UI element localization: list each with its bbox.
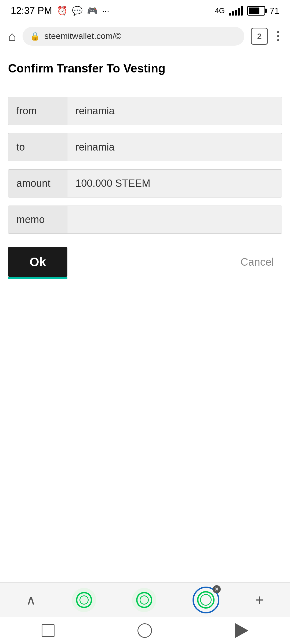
nav-tab-2[interactable] xyxy=(132,588,156,612)
tab-count-button[interactable]: 2 xyxy=(251,28,268,45)
battery-indicator xyxy=(247,6,265,16)
more-icon: ··· xyxy=(102,6,109,16)
amount-label: amount xyxy=(8,170,67,197)
alarm-icon: ⏰ xyxy=(57,6,68,16)
url-text: steemitwallet.com/© xyxy=(44,31,121,41)
back-button[interactable] xyxy=(235,623,248,638)
close-tab-icon[interactable]: ✕ xyxy=(213,585,221,593)
network-type: 4G xyxy=(215,6,225,15)
nav-up-chevron[interactable]: ∧ xyxy=(26,592,36,608)
cancel-button[interactable]: Cancel xyxy=(232,251,282,273)
battery-percent: 71 xyxy=(270,6,279,16)
from-label: from xyxy=(8,97,67,125)
memo-value xyxy=(67,206,282,233)
browser-menu-button[interactable] xyxy=(274,28,282,44)
to-label: to xyxy=(8,133,67,161)
to-value: reinamia xyxy=(67,133,282,161)
amount-row: amount 100.000 STEEM xyxy=(8,169,282,197)
buttons-row: Ok Cancel xyxy=(8,247,282,277)
home-button[interactable] xyxy=(137,623,152,638)
from-row: from reinamia xyxy=(8,97,282,125)
memo-label: memo xyxy=(8,206,67,233)
amount-value: 100.000 STEEM xyxy=(67,170,282,197)
nav-tab-1[interactable] xyxy=(72,588,96,612)
nav-tab-active-container: ✕ xyxy=(193,587,219,613)
browser-bar: ⌂ 🔒 steemitwallet.com/© 2 xyxy=(0,21,290,51)
url-bar[interactable]: 🔒 steemitwallet.com/© xyxy=(23,27,244,46)
bottom-nav: ∧ ✕ + xyxy=(0,582,290,617)
ok-button[interactable]: Ok xyxy=(8,247,67,277)
whatsapp-icon: 💬 xyxy=(72,6,83,16)
recents-button[interactable] xyxy=(42,624,55,637)
to-row: to reinamia xyxy=(8,133,282,161)
system-nav xyxy=(0,617,290,644)
signal-strength xyxy=(229,6,243,16)
game-icon: 🎮 xyxy=(87,6,98,16)
nav-add-tab-button[interactable]: + xyxy=(255,591,264,609)
main-content: Confirm Transfer To Vesting from reinami… xyxy=(0,51,290,287)
memo-row: memo xyxy=(8,206,282,234)
lock-icon: 🔒 xyxy=(30,31,40,41)
status-bar: 12:37 PM ⏰ 💬 🎮 ··· 4G 71 xyxy=(0,0,290,21)
from-value: reinamia xyxy=(67,97,282,125)
home-icon[interactable]: ⌂ xyxy=(8,28,16,44)
title-divider xyxy=(8,86,282,86)
time-display: 12:37 PM xyxy=(11,5,52,16)
page-title: Confirm Transfer To Vesting xyxy=(8,62,282,75)
